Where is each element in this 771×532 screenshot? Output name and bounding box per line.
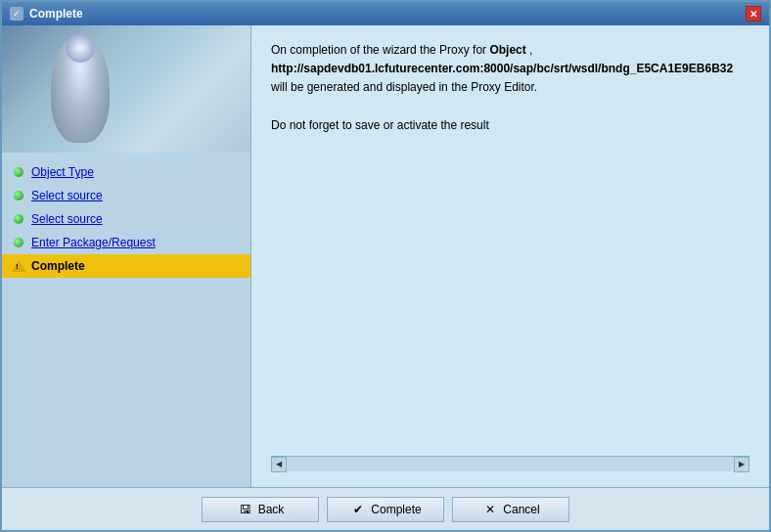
- line4: Do not forget to save or activate the re…: [271, 116, 749, 135]
- wizard-image: [2, 25, 251, 153]
- scroll-track[interactable]: [287, 457, 734, 471]
- close-button[interactable]: ✕: [746, 6, 761, 22]
- step-label-object-type: Object Type: [31, 165, 94, 179]
- right-panel: On completion of the wizard the Proxy fo…: [251, 25, 769, 487]
- line1: On completion of the wizard the Proxy fo…: [271, 41, 749, 98]
- step-icon-complete: [12, 259, 25, 273]
- proxy-url: http://sapdevdb01.lcfuturecenter.com:800…: [271, 62, 733, 75]
- step-complete[interactable]: Complete: [2, 254, 250, 278]
- main-content: Object Type Select source Select source: [2, 25, 769, 487]
- step-icon-select-source-2: [12, 212, 25, 226]
- step-select-source-1[interactable]: Select source: [2, 184, 250, 207]
- step-enter-package[interactable]: Enter Package/Request: [2, 231, 250, 254]
- step-icon-select-source-1: [12, 189, 25, 202]
- line2: will be generated and displayed in the P…: [271, 80, 537, 94]
- window-icon: ✓: [10, 7, 23, 21]
- step-icon-enter-package: [12, 236, 25, 249]
- complete-icon: ✔: [349, 502, 367, 517]
- step-label-select-source-1: Select source: [31, 189, 103, 202]
- step-object-type[interactable]: Object Type: [2, 160, 250, 184]
- cancel-button[interactable]: ✕ Cancel: [452, 497, 569, 522]
- line1-suffix: ,: [526, 43, 533, 57]
- complete-button[interactable]: ✔ Complete: [327, 497, 444, 522]
- line1-prefix: On completion of the wizard the Proxy fo…: [271, 43, 489, 57]
- scroll-area: [271, 151, 749, 456]
- horizontal-scrollbar[interactable]: ◀ ▶: [271, 456, 749, 471]
- window-title: Complete: [29, 7, 83, 21]
- complete-label: Complete: [371, 503, 421, 516]
- scroll-left-button[interactable]: ◀: [271, 457, 287, 472]
- back-label: Back: [258, 503, 285, 516]
- wizard-steps: Object Type Select source Select source: [2, 153, 250, 487]
- step-select-source-2[interactable]: Select source: [2, 207, 250, 231]
- cancel-label: Cancel: [503, 503, 539, 516]
- scroll-right-button[interactable]: ▶: [734, 457, 749, 472]
- back-button[interactable]: 🖫 Back: [202, 497, 319, 522]
- step-icon-object-type: [12, 165, 25, 179]
- step-label-enter-package: Enter Package/Request: [31, 236, 156, 249]
- left-panel: Object Type Select source Select source: [2, 25, 251, 487]
- completion-description: On completion of the wizard the Proxy fo…: [271, 41, 749, 135]
- line1-bold: Object: [489, 43, 525, 57]
- wizard-window: ✓ Complete ✕ Object Type: [0, 0, 771, 532]
- back-icon: 🖫: [237, 502, 254, 517]
- cancel-icon: ✕: [481, 502, 499, 517]
- title-bar: ✓ Complete ✕: [2, 2, 769, 25]
- step-label-complete: Complete: [31, 259, 85, 273]
- step-label-select-source-2: Select source: [31, 212, 103, 226]
- footer: 🖫 Back ✔ Complete ✕ Cancel: [2, 487, 769, 530]
- title-bar-left: ✓ Complete: [10, 7, 83, 21]
